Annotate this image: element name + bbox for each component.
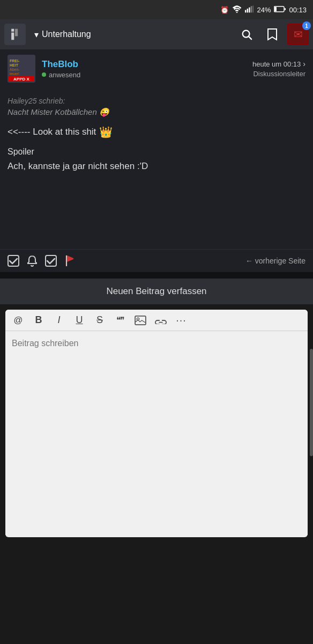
channel-name: Unterhaltung [42, 30, 91, 39]
bold-button[interactable]: B [32, 314, 45, 326]
quote-author: Hailey25 schrieb: [8, 97, 305, 105]
flag-button[interactable] [64, 255, 75, 267]
bookmark-button[interactable] [262, 24, 283, 45]
section-divider [0, 272, 313, 279]
check2-button[interactable] [45, 255, 57, 267]
status-bar: ⏰ 24% 00:13 [0, 0, 313, 19]
svg-rect-9 [11, 29, 14, 32]
post-time: heute um 00:13 › [252, 60, 305, 68]
compose-title: Neuen Beitrag verfassen [106, 286, 206, 296]
channel-dropdown-button[interactable]: ▾ Unterhaltung [30, 27, 95, 42]
signal-icon [245, 5, 254, 14]
compose-area: @ B I U S ❝❞ ··· [5, 310, 308, 537]
underline-icon: U [76, 314, 83, 326]
svg-text:Aben-: Aben- [10, 68, 20, 71]
prev-page-button[interactable]: ← vorherige Seite [245, 257, 305, 265]
reply-message: Ach, kannste ja gar nicht sehen :'D [8, 161, 305, 172]
nav-bar: ▾ Unterhaltung ✉ 1 [0, 19, 313, 49]
quote-text-content: Nacht Mister Kotbällchen 😜 [8, 107, 109, 116]
svg-text:APPD X: APPD X [13, 77, 29, 82]
svg-rect-26 [135, 316, 146, 324]
formatting-toolbar: @ B I U S ❝❞ ··· [5, 310, 308, 331]
main-message-text: <<---- Look at this shit [8, 127, 96, 137]
action-bar: ← vorherige Seite [0, 249, 313, 272]
svg-rect-4 [251, 6, 252, 12]
svg-rect-11 [15, 29, 18, 36]
message-input[interactable] [5, 331, 308, 535]
action-icons-group [8, 255, 75, 267]
notification-badge: 1 [302, 21, 311, 30]
username: TheBlob [42, 59, 246, 70]
italic-icon: I [57, 314, 60, 326]
svg-line-13 [249, 36, 251, 39]
user-avatar-nav[interactable]: ✉ 1 [287, 24, 309, 45]
strikethrough-button[interactable]: S [93, 314, 106, 326]
svg-text:teuer!: teuer! [10, 72, 19, 76]
battery-icon [274, 6, 286, 14]
svg-text:✉: ✉ [294, 28, 303, 40]
user-info-bar: FREI- HEIT Aben- teuer! APPD X TheBlob a… [0, 49, 313, 88]
prev-page-text: ← vorherige Seite [245, 257, 305, 265]
quote-button[interactable]: ❝❞ [114, 315, 126, 325]
quote-icon: ❝❞ [116, 315, 124, 325]
link-button[interactable] [154, 317, 167, 324]
time-display: 00:13 [289, 6, 307, 14]
svg-rect-2 [247, 9, 248, 12]
at-icon: @ [13, 315, 23, 326]
more-icon: ··· [176, 314, 187, 326]
message-area: Hailey25 schrieb: Nacht Mister Kotbällch… [0, 88, 313, 249]
quote-block: Hailey25 schrieb: Nacht Mister Kotbällch… [8, 97, 305, 117]
svg-rect-25 [66, 255, 67, 266]
online-dot [42, 72, 46, 77]
quote-text: Nacht Mister Kotbällchen 😜 [8, 107, 305, 117]
svg-rect-7 [274, 7, 277, 11]
at-button[interactable]: @ [12, 315, 25, 326]
compose-header: Neuen Beitrag verfassen [0, 279, 313, 304]
chevron-right-icon: › [303, 60, 305, 68]
svg-text:FREI-: FREI- [10, 59, 20, 63]
status-label: anwesend [49, 71, 80, 79]
more-button[interactable]: ··· [175, 314, 188, 326]
svg-rect-10 [11, 33, 14, 40]
svg-text:HEIT: HEIT [10, 63, 19, 67]
svg-rect-5 [253, 5, 254, 12]
underline-button[interactable]: U [73, 314, 86, 326]
svg-rect-3 [249, 7, 250, 12]
bold-icon: B [35, 314, 42, 326]
image-button[interactable] [134, 316, 147, 325]
time-text: heute um 00:13 [252, 60, 301, 68]
crown-emoji: 👑 [99, 126, 113, 138]
user-status: anwesend [42, 71, 246, 79]
svg-rect-8 [285, 8, 286, 10]
svg-rect-1 [245, 10, 246, 12]
wifi-icon [232, 5, 242, 14]
scrollbar[interactable] [310, 349, 313, 456]
user-meta: heute um 00:13 › Diskussionsleiter [252, 60, 305, 78]
italic-button[interactable]: I [53, 314, 65, 326]
chevron-down-icon: ▾ [34, 30, 39, 40]
battery-text: 24% [257, 6, 271, 14]
spoiler-label: Spoiler [8, 147, 305, 157]
strikethrough-icon: S [96, 314, 103, 326]
checkbox-button[interactable] [8, 255, 19, 267]
bell-button[interactable] [27, 255, 38, 267]
user-role: Diskussionsleiter [252, 70, 305, 78]
app-logo [4, 24, 26, 45]
user-avatar: FREI- HEIT Aben- teuer! APPD X [8, 55, 35, 83]
user-details: TheBlob anwesend [42, 59, 246, 79]
main-message: <<---- Look at this shit 👑 [8, 126, 305, 138]
search-button[interactable] [236, 24, 257, 45]
alarm-icon: ⏰ [220, 6, 229, 14]
svg-point-0 [236, 12, 238, 13]
